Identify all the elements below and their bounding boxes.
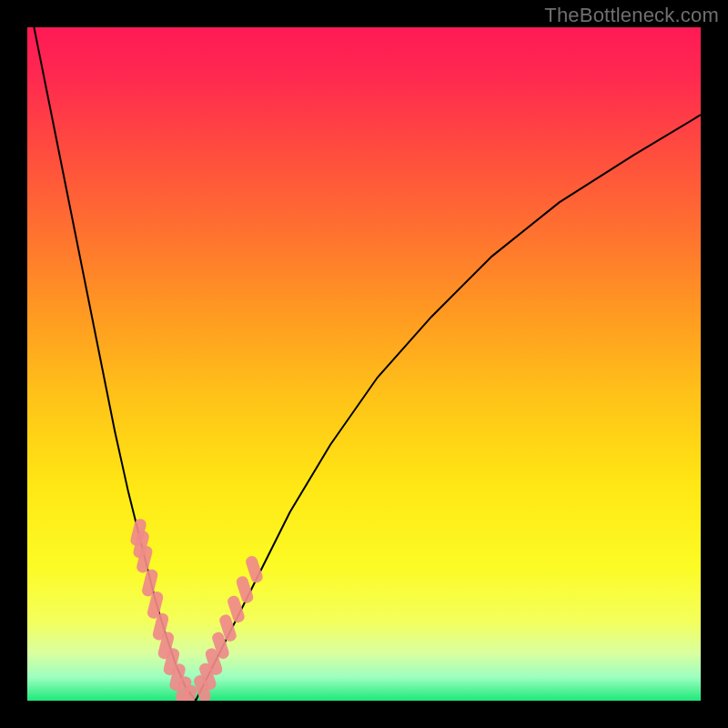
right-curve [196, 115, 701, 701]
plot-area [27, 27, 701, 701]
left-curve [34, 27, 196, 701]
chart-frame: TheBottleneck.com [0, 0, 728, 728]
watermark-text: TheBottleneck.com [544, 4, 719, 27]
markers-right [193, 554, 265, 701]
curves-layer [27, 27, 701, 701]
markers-left [129, 518, 197, 701]
